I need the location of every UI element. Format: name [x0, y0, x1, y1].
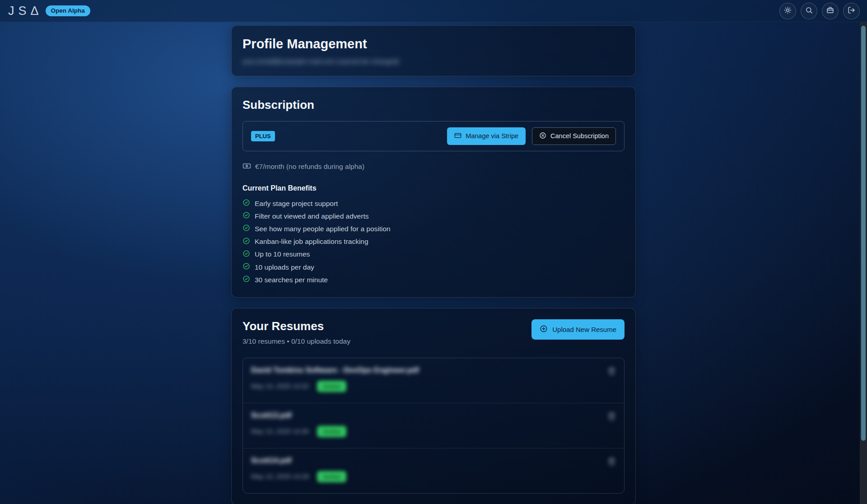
status-badge-blurred: Active — [317, 471, 346, 482]
resume-row: Scott14.pdf May 13, 2025 14:28 Active — [243, 448, 624, 493]
resume-filename-blurred: Scott13.pdf — [251, 411, 346, 420]
manage-via-stripe-button[interactable]: Manage via Stripe — [447, 127, 526, 145]
benefits-list: Early stage project support Filter out v… — [242, 197, 625, 286]
price-line: €7/month (no refunds during alpha) — [242, 162, 625, 172]
resumes-header: Your Resumes 3/10 resumes • 0/10 uploads… — [242, 319, 625, 345]
app-logo[interactable]: JSΔ — [8, 5, 43, 17]
current-plan-box: PLUS Manage via Stripe — [242, 121, 625, 151]
check-circle-icon — [242, 237, 250, 247]
open-alpha-badge: Open Alpha — [46, 5, 90, 16]
sun-icon — [784, 6, 792, 15]
check-circle-icon — [242, 199, 250, 208]
delete-resume-button[interactable] — [607, 457, 616, 467]
top-bar: JSΔ Open Alpha — [0, 0, 867, 22]
benefit-item: 10 uploads per day — [242, 261, 625, 273]
resumes-card: Your Resumes 3/10 resumes • 0/10 uploads… — [231, 308, 636, 504]
check-circle-icon — [242, 275, 250, 285]
status-badge-blurred: Active — [317, 381, 346, 392]
check-circle-icon — [242, 224, 250, 233]
trash-icon — [607, 415, 616, 422]
page-title: Profile Management — [242, 37, 625, 51]
check-circle-icon — [242, 211, 250, 221]
cancel-subscription-button[interactable]: Cancel Subscription — [532, 127, 616, 145]
profile-email-blurred: your.email@example-mail.com (cannot be c… — [242, 57, 399, 65]
banknote-icon — [242, 162, 251, 172]
search-button[interactable] — [801, 3, 817, 19]
plan-actions: Manage via Stripe Cancel Subscription — [447, 127, 616, 145]
check-circle-icon — [242, 250, 250, 259]
trash-icon — [607, 370, 616, 377]
resume-date-blurred: May 13, 2025 14:32 — [251, 383, 309, 390]
subscription-heading: Subscription — [242, 98, 625, 112]
jobs-button[interactable] — [822, 3, 839, 19]
scrollbar-thumb[interactable] — [861, 26, 866, 441]
check-circle-icon — [242, 262, 250, 272]
delete-resume-button[interactable] — [607, 412, 616, 422]
benefit-item: Filter out viewed and applied adverts — [242, 210, 625, 223]
x-circle-icon — [539, 132, 546, 140]
benefit-item: Early stage project support — [242, 197, 625, 210]
benefit-item: See how many people applied for a positi… — [242, 223, 625, 235]
resume-date-blurred: May 13, 2025 14:30 — [251, 428, 309, 435]
resume-list: David Tomkins Software - DevOps Engineer… — [242, 358, 625, 494]
main-content: Profile Management your.email@example-ma… — [231, 22, 636, 504]
briefcase-icon — [826, 6, 834, 15]
resume-filename-blurred: Scott14.pdf — [251, 456, 346, 465]
sign-out-button[interactable] — [843, 3, 860, 19]
topbar-actions — [779, 3, 860, 19]
plan-badge: PLUS — [251, 131, 275, 141]
benefit-item: 30 searches per minute — [242, 274, 625, 286]
theme-toggle-button[interactable] — [779, 3, 796, 19]
resumes-heading: Your Resumes — [242, 319, 350, 333]
delete-resume-button[interactable] — [607, 367, 616, 377]
status-badge-blurred: Active — [317, 426, 346, 437]
credit-card-icon — [454, 132, 461, 140]
resume-filename-blurred: David Tomkins Software - DevOps Engineer… — [251, 366, 419, 374]
profile-header-card: Profile Management your.email@example-ma… — [231, 25, 636, 76]
sign-out-icon — [848, 6, 855, 15]
price-text: €7/month (no refunds during alpha) — [255, 163, 364, 171]
upload-new-resume-button[interactable]: Upload New Resume — [531, 319, 625, 340]
resume-row: David Tomkins Software - DevOps Engineer… — [243, 358, 624, 403]
trash-icon — [607, 460, 616, 467]
resume-date-blurred: May 13, 2025 14:28 — [251, 473, 309, 480]
resume-row: Scott13.pdf May 13, 2025 14:30 Active — [243, 403, 624, 448]
plus-circle-icon — [540, 325, 548, 334]
benefit-item: Up to 10 resumes — [242, 248, 625, 261]
subscription-card: Subscription PLUS Manage via Stripe — [231, 87, 636, 298]
search-icon — [805, 6, 813, 15]
benefit-item: Kanban-like job applications tracking — [242, 235, 625, 248]
resume-usage-line: 3/10 resumes • 0/10 uploads today — [242, 337, 350, 345]
scrollbar-track[interactable] — [860, 22, 867, 504]
benefits-heading: Current Plan Benefits — [242, 184, 625, 192]
